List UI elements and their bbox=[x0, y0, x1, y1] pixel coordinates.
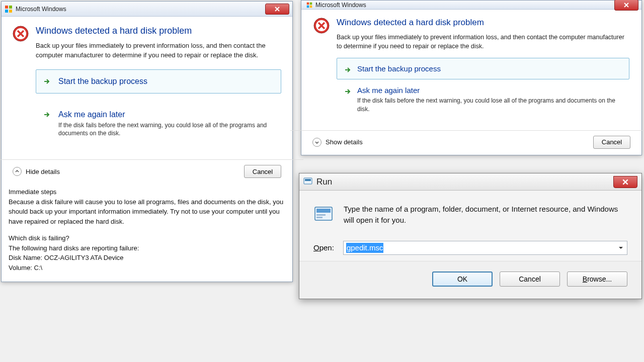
show-details-label: Show details bbox=[326, 138, 363, 146]
arrow-icon bbox=[344, 66, 351, 75]
details-body: Immediate steps Because a disk failure w… bbox=[2, 184, 292, 282]
svg-rect-15 bbox=[316, 209, 331, 213]
failing-intro: The following hard disks are reporting f… bbox=[9, 243, 285, 253]
cancel-button[interactable]: Cancel bbox=[593, 136, 630, 149]
run-button-row: OK Cancel Browse... bbox=[299, 261, 641, 299]
svg-rect-17 bbox=[316, 217, 323, 218]
svg-rect-8 bbox=[307, 5, 309, 8]
browse-button[interactable]: Browse... bbox=[567, 272, 627, 287]
ask-later-option[interactable]: Ask me again later If the disk fails bef… bbox=[36, 103, 281, 146]
cancel-button[interactable]: Cancel bbox=[500, 272, 560, 287]
backup-option-label: Start the backup process bbox=[58, 77, 273, 86]
titlebar: Microsoft Windows bbox=[301, 1, 641, 10]
close-button[interactable] bbox=[265, 4, 289, 15]
hide-details-toggle[interactable]: Hide details bbox=[13, 167, 60, 176]
svg-rect-13 bbox=[305, 179, 311, 181]
ask-later-option[interactable]: Ask me again later If the disk fails bef… bbox=[337, 82, 629, 119]
immediate-steps-heading: Immediate steps bbox=[9, 187, 285, 197]
ask-later-label: Ask me again later bbox=[357, 86, 621, 95]
immediate-steps-text: Because a disk failure will cause you to… bbox=[9, 197, 285, 227]
run-program-icon bbox=[313, 204, 334, 224]
hide-details-label: Hide details bbox=[26, 168, 60, 175]
dialog-heading: Windows detected a hard disk problem bbox=[36, 26, 281, 36]
close-button[interactable] bbox=[614, 0, 638, 11]
run-title: Run bbox=[316, 177, 332, 187]
open-input[interactable] bbox=[343, 241, 627, 255]
disk-volume: Volume: C:\ bbox=[9, 263, 285, 273]
svg-rect-3 bbox=[9, 10, 12, 13]
dialog-heading: Windows detected a hard disk problem bbox=[337, 18, 629, 28]
error-icon bbox=[313, 18, 330, 34]
dialog-content: Windows detected a hard disk problem Bac… bbox=[301, 10, 641, 123]
svg-rect-9 bbox=[310, 5, 312, 8]
chevron-up-icon bbox=[13, 167, 22, 176]
ask-later-desc: If the disk fails before the next warnin… bbox=[357, 97, 621, 114]
dialog-content: Windows detected a hard disk problem Bac… bbox=[2, 17, 292, 152]
cancel-button[interactable]: Cancel bbox=[244, 165, 281, 178]
svg-rect-16 bbox=[316, 214, 326, 216]
run-message: Type the name of a program, folder, docu… bbox=[344, 204, 627, 226]
run-icon-small bbox=[303, 176, 312, 187]
svg-rect-0 bbox=[5, 6, 8, 9]
window-title: Microsoft Windows bbox=[315, 2, 614, 9]
chevron-down-icon bbox=[312, 138, 321, 147]
disk-name: Disk Name: OCZ-AGILITY3 ATA Device bbox=[9, 253, 285, 263]
backup-option-label: Start the backup process bbox=[357, 64, 621, 73]
svg-rect-2 bbox=[5, 10, 8, 13]
ask-later-desc: If the disk fails before the next warnin… bbox=[58, 121, 273, 138]
dialog-subtext: Back up your files immediately to preven… bbox=[36, 41, 281, 60]
svg-rect-6 bbox=[307, 2, 309, 5]
windows-icon bbox=[5, 5, 13, 13]
open-label: Open: bbox=[313, 243, 334, 252]
start-backup-option[interactable]: Start the backup process bbox=[337, 58, 629, 79]
start-backup-option[interactable]: Start the backup process bbox=[36, 69, 281, 94]
run-body: Type the name of a program, folder, docu… bbox=[299, 191, 641, 261]
window-title: Microsoft Windows bbox=[16, 6, 265, 13]
details-bar: Hide details Cancel bbox=[2, 160, 292, 184]
details-bar: Show details Cancel bbox=[301, 131, 641, 155]
dialog-subtext: Back up your files immediately to preven… bbox=[337, 33, 629, 51]
open-combobox[interactable]: gpedit.msc bbox=[343, 241, 627, 255]
svg-rect-1 bbox=[9, 6, 12, 9]
titlebar: Microsoft Windows bbox=[2, 2, 292, 17]
open-input-selection: gpedit.msc bbox=[346, 243, 384, 253]
dropdown-icon[interactable] bbox=[616, 243, 625, 253]
which-disk-heading: Which disk is failing? bbox=[9, 233, 285, 243]
arrow-icon bbox=[43, 111, 50, 120]
hard-disk-warning-dialog-collapsed: Microsoft Windows Windows detected a har… bbox=[301, 0, 642, 155]
run-titlebar: Run bbox=[299, 173, 641, 191]
windows-icon bbox=[306, 2, 312, 8]
ok-button[interactable]: OK bbox=[432, 272, 493, 287]
run-dialog: Run Type the name of a program, folder, … bbox=[299, 173, 642, 299]
error-icon bbox=[13, 26, 29, 42]
arrow-icon bbox=[344, 88, 351, 97]
svg-rect-7 bbox=[310, 2, 312, 5]
ask-later-label: Ask me again later bbox=[58, 110, 273, 119]
arrow-icon bbox=[43, 78, 50, 86]
hard-disk-warning-dialog-expanded: Microsoft Windows Windows detected a har… bbox=[1, 1, 293, 282]
show-details-toggle[interactable]: Show details bbox=[312, 138, 363, 147]
close-button[interactable] bbox=[613, 176, 637, 188]
